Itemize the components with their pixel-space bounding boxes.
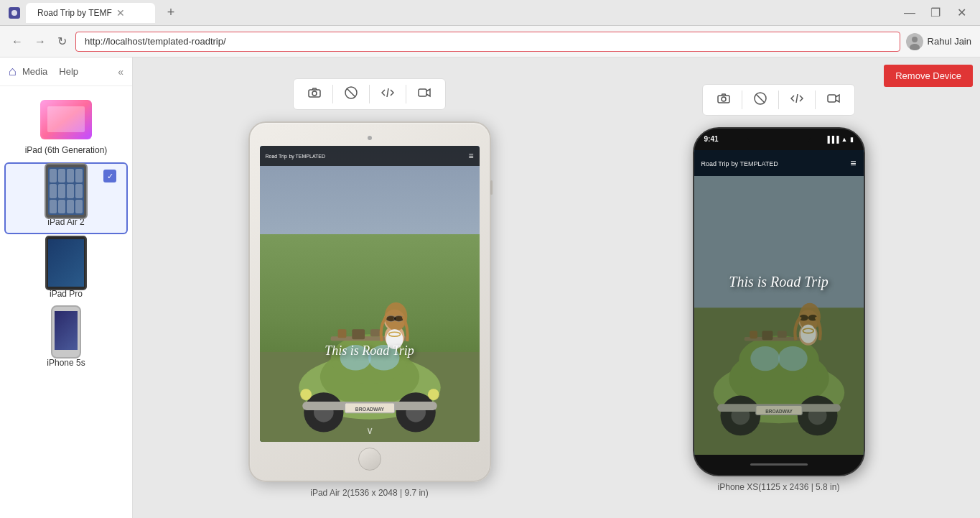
hamburger-menu-icon: ≡ [468,151,473,161]
remove-device-button[interactable]: Remove Device [884,65,973,87]
svg-line-42 [796,94,798,103]
brand-name: Road Trip [266,154,287,159]
app-icon [58,184,65,198]
sidebar: ⌂ Media Help « [0,57,133,518]
svg-point-26 [427,389,439,400]
ipad6-thumb-graphic [40,100,92,139]
iphone-vol-down-button [693,222,694,244]
ipad-air2-device-frame: Road Trip by TEMPLATED ≡ [248,121,491,482]
app-icon [75,169,83,182]
ipad-pro-thumb-screen [48,239,84,287]
toolbar-divider [815,91,816,109]
forward-button[interactable]: → [32,32,49,51]
app-icon [50,200,57,213]
avatar [906,33,923,50]
iphone-home-indicator [750,463,808,466]
svg-point-7 [312,91,317,96]
media-button[interactable]: Media [17,63,53,80]
iphone-hero-text: This is Road Trip [711,273,846,290]
tab-close-button[interactable]: ✕ [116,7,125,19]
app-icon [58,169,65,182]
app-icon [75,200,83,213]
iphone5s-thumb-screen [55,311,78,350]
iphone-xs-device-frame: 9:41 ▐▐▐ ▲ ▮ Road Trip by TEMPLATED [693,127,865,476]
sidebar-item-iphone5s[interactable]: iPhone 5s [0,305,132,374]
battery-icon: ▮ [850,136,854,143]
app-icon [50,184,57,198]
noscript-tool-button[interactable] [748,89,773,111]
code-tool-button[interactable] [785,89,809,111]
new-tab-button[interactable]: + [161,3,181,23]
browser-tab[interactable]: Road Trip by TEMF ✕ [26,3,155,23]
wifi-icon: ▲ [841,136,848,143]
close-button[interactable]: ✕ [951,3,971,23]
minimize-button[interactable]: — [900,3,920,23]
car-layer: BROADWAY [260,234,480,441]
app-icon [67,200,74,213]
sidebar-item-ipad-pro[interactable]: iPad Pro [0,236,132,305]
iphone-screen[interactable]: Road Trip by TEMPLATED ≡ [694,150,864,455]
svg-point-0 [11,10,17,16]
ipad6-thumbnail [37,98,95,141]
svg-line-41 [756,94,765,103]
toolbar-divider [778,91,779,109]
svg-rect-30 [370,329,380,336]
ipad-air2-thumb-graphic [45,163,88,219]
site-brand: Road Trip by TEMPLATED [266,152,326,159]
ipad-home-button[interactable] [358,448,381,471]
svg-rect-28 [337,329,346,338]
scroll-down-arrow: ∨ [366,425,373,436]
ipad-side-button [490,180,493,195]
toolbar-divider [369,85,370,103]
app-icon [58,200,65,213]
sidebar-item-ipad-air2[interactable]: ✓ [4,162,128,234]
svg-point-25 [300,389,312,400]
hero-text: This is Road Trip [325,343,414,359]
svg-rect-43 [828,95,836,102]
camera-tool-button[interactable] [302,83,327,105]
window-controls: — ❐ ✕ [900,3,971,23]
road-scene: BROADWAY [260,146,480,442]
iphone-xs-preview: 9:41 ▐▐▐ ▲ ▮ Road Trip by TEMPLATED [693,84,865,492]
iphone5s-thumbnail [37,310,95,353]
noscript-tool-button[interactable] [339,83,363,105]
sidebar-item-ipad6[interactable]: iPad (6th Generation) [0,92,132,161]
camera-tool-button[interactable] [711,89,736,111]
app-icon [75,184,83,198]
svg-line-10 [387,88,388,97]
iphone-time: 9:41 [704,135,719,143]
ipad-pro-thumbnail [37,241,95,285]
address-bar[interactable] [75,32,900,52]
sidebar-header: ⌂ Media Help « [0,57,132,86]
tab-title: Road Trip by TEMF [37,8,112,18]
help-button[interactable]: Help [53,63,84,80]
collapse-sidebar-button[interactable]: « [118,66,123,78]
iphone-status-icons: ▐▐▐ ▲ ▮ [825,136,853,143]
iphone-xs-toolbar [702,84,855,116]
app-icon [50,169,57,182]
iphone5s-label: iPhone 5s [47,358,85,368]
brand-sub: by TEMPLATED [732,160,778,167]
brand-name: Road Trip [701,160,729,167]
restore-button[interactable]: ❐ [925,3,946,23]
ipad-screen[interactable]: Road Trip by TEMPLATED ≡ [260,146,480,442]
browser-nav-bar: ← → ↻ Rahul Jain [0,26,980,57]
refresh-button[interactable]: ↻ [55,32,70,51]
home-button[interactable]: ⌂ [9,64,17,79]
app-icon [67,169,74,182]
svg-point-2 [912,37,918,42]
iphone-bottom-bar [694,455,864,475]
code-tool-button[interactable] [375,83,400,105]
svg-text:BROADWAY: BROADWAY [355,407,384,412]
site-navbar: Road Trip by TEMPLATED ≡ [260,146,480,166]
video-tool-button[interactable] [821,89,846,111]
iphone-vol-up-button [693,193,694,215]
signal-icon: ▐▐▐ [825,136,839,143]
ipad-air2-preview: Road Trip by TEMPLATED ≡ [248,78,491,498]
ipad-air2-toolbar [293,78,446,110]
back-button[interactable]: ← [9,32,26,51]
video-tool-button[interactable] [412,83,437,105]
svg-point-35 [393,316,403,322]
iphone5s-thumb-graphic [51,305,81,359]
svg-rect-69 [694,176,864,455]
